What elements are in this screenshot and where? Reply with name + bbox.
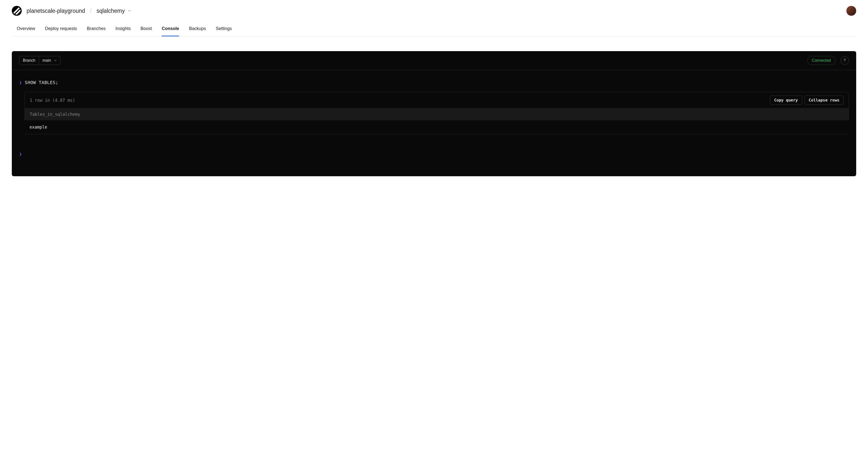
chevron-down-icon [128,9,131,12]
query-line: ❯ SHOW TABLES; [19,80,849,85]
result-row: example [25,120,849,134]
question-icon: ? [844,58,846,63]
help-button[interactable]: ? [840,56,849,65]
prompt-arrow-icon: ❯ [19,152,22,157]
breadcrumb-database-selector[interactable]: sqlalchemy [96,8,131,14]
tab-backups[interactable]: Backups [189,23,206,36]
query-text: SHOW TABLES; [25,80,58,85]
console-panel: Branch main Connected ? ❯ SHOW TABLES; [12,51,856,176]
branch-label: Branch [20,56,39,65]
planetscale-icon [12,6,22,16]
nav-tabs: Overview Deploy requests Branches Insigh… [12,23,856,36]
breadcrumb-org[interactable]: planetscale-playground [27,8,85,14]
branch-selector: Branch main [19,56,61,65]
tab-deploy-requests[interactable]: Deploy requests [45,23,77,36]
result-block: 1 row in (4.87 ms) Copy query Collapse r… [25,92,849,134]
breadcrumb-database: sqlalchemy [96,8,125,14]
branch-value-text: main [42,58,51,63]
tab-console[interactable]: Console [162,23,179,36]
copy-query-button[interactable]: Copy query [770,96,802,105]
console-input-line[interactable]: ❯ [19,152,849,157]
avatar[interactable] [846,6,856,16]
collapse-rows-button[interactable]: Collapse rows [805,96,844,105]
breadcrumb-separator: / [90,8,92,14]
connection-status: Connected [807,56,836,65]
console-toolbar: Branch main Connected ? [12,51,856,70]
tab-boost[interactable]: Boost [141,23,152,36]
tab-settings[interactable]: Settings [216,23,232,36]
breadcrumb: planetscale-playground / sqlalchemy [12,6,856,16]
tab-overview[interactable]: Overview [17,23,35,36]
result-info: 1 row in (4.87 ms) [30,98,75,103]
tab-insights[interactable]: Insights [115,23,131,36]
result-header: 1 row in (4.87 ms) Copy query Collapse r… [25,92,849,108]
prompt-arrow-icon: ❯ [19,80,22,85]
planetscale-logo[interactable] [12,6,22,16]
chevron-down-icon [54,59,57,62]
tab-branches[interactable]: Branches [87,23,105,36]
branch-dropdown[interactable]: main [39,56,61,65]
result-column-header: Tables_in_sqlalchemy [25,108,849,120]
console-body: ❯ SHOW TABLES; 1 row in (4.87 ms) Copy q… [12,70,856,176]
